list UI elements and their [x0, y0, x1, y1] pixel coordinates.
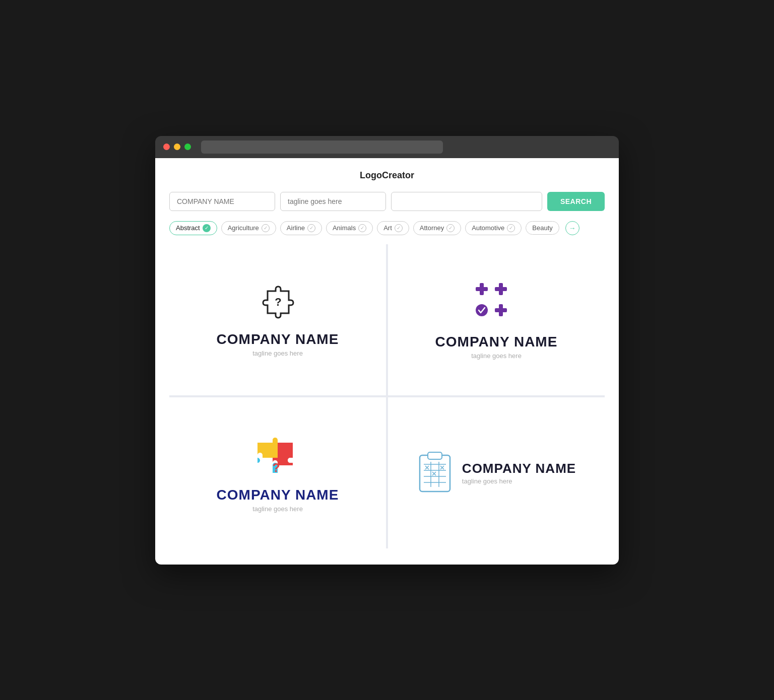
logo-4-text-block: COMPANY NAME tagline goes here	[462, 461, 576, 485]
tagline-input[interactable]	[280, 192, 386, 211]
category-label: Animals	[333, 224, 356, 232]
logo-2-company: COMPANY NAME	[435, 334, 558, 350]
category-label: Agriculture	[228, 224, 259, 232]
svg-rect-4	[495, 287, 507, 291]
category-pill-abstract[interactable]: Abstract ✓	[169, 221, 217, 235]
category-label: Art	[383, 224, 392, 232]
search-button[interactable]: SEARCH	[547, 192, 605, 211]
svg-text:?: ?	[273, 461, 280, 474]
category-pill-art[interactable]: Art ✓	[377, 221, 409, 235]
logo-grid: ? COMPANY NAME tagline goes here	[169, 244, 605, 548]
categories-next-button[interactable]: →	[565, 221, 579, 235]
logo-1-company: COMPANY NAME	[217, 331, 339, 347]
category-label: Attorney	[420, 224, 444, 232]
category-pill-automotive[interactable]: Automotive ✓	[465, 221, 522, 235]
logo-card-4[interactable]: COMPANY NAME tagline goes here	[388, 397, 605, 548]
logo-3-company: COMPANY NAME	[217, 487, 339, 503]
svg-rect-2	[476, 287, 488, 291]
category-pill-agriculture[interactable]: Agriculture ✓	[221, 221, 276, 235]
logo-card-1[interactable]: ? COMPANY NAME tagline goes here	[169, 244, 386, 395]
logo-icon-3: ?	[250, 433, 305, 480]
style-input[interactable]	[391, 192, 542, 211]
company-name-input[interactable]	[169, 192, 275, 211]
logo-icon-1: ?	[257, 282, 298, 324]
app-content: LogoCreator SEARCH Abstract ✓ Agricultur…	[155, 158, 619, 565]
check-icon-airline: ✓	[307, 224, 315, 232]
maximize-button[interactable]	[184, 144, 191, 150]
category-pill-animals[interactable]: Animals ✓	[326, 221, 373, 235]
category-bar: Abstract ✓ Agriculture ✓ Airline ✓ Anima…	[169, 221, 605, 235]
svg-rect-10	[428, 452, 442, 459]
logo-2-tagline: tagline goes here	[471, 352, 522, 360]
category-pill-airline[interactable]: Airline ✓	[280, 221, 322, 235]
app-title: LogoCreator	[169, 170, 605, 181]
check-icon-art: ✓	[395, 224, 403, 232]
category-pill-attorney[interactable]: Attorney ✓	[413, 221, 461, 235]
category-label: Airline	[287, 224, 305, 232]
search-bar: SEARCH	[169, 192, 605, 211]
close-button[interactable]	[163, 144, 170, 150]
logo-4-tagline: tagline goes here	[462, 477, 576, 485]
logo-icon-2	[474, 279, 519, 327]
category-label: Automotive	[472, 224, 504, 232]
check-icon-abstract: ✓	[203, 224, 211, 232]
svg-point-5	[476, 304, 488, 316]
logo-card-3[interactable]: ? COMPANY NAME tagline goes here	[169, 397, 386, 548]
logo-card-2[interactable]: COMPANY NAME tagline goes here	[388, 244, 605, 395]
browser-window: LogoCreator SEARCH Abstract ✓ Agricultur…	[155, 136, 619, 565]
check-icon-automotive: ✓	[507, 224, 515, 232]
category-label: Beauty	[532, 224, 552, 232]
check-icon-agriculture: ✓	[262, 224, 270, 232]
svg-text:?: ?	[275, 296, 281, 308]
check-icon-attorney: ✓	[446, 224, 455, 232]
category-pill-beauty[interactable]: Beauty	[526, 221, 559, 235]
logo-4-company: COMPANY NAME	[462, 461, 576, 476]
logo-3-tagline: tagline goes here	[252, 505, 303, 513]
logo-icon-4	[417, 449, 453, 497]
logo-1-tagline: tagline goes here	[252, 349, 303, 357]
address-bar[interactable]	[201, 141, 443, 154]
titlebar	[155, 136, 619, 158]
check-icon-animals: ✓	[358, 224, 366, 232]
minimize-button[interactable]	[174, 144, 180, 150]
category-label: Abstract	[176, 224, 200, 232]
svg-rect-7	[495, 308, 507, 312]
